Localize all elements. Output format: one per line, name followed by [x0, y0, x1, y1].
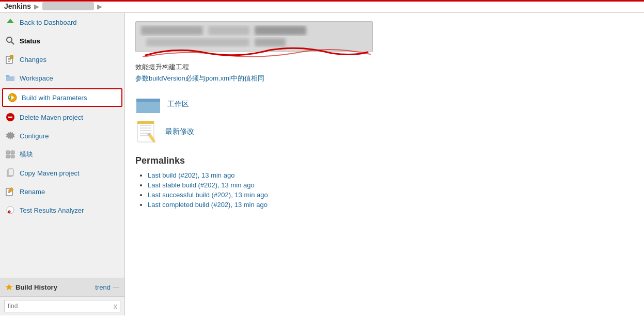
copy-icon	[5, 168, 15, 178]
workspace-item: 工作区	[135, 93, 634, 115]
sidebar-item-test-results-analyzer[interactable]: Test Results Analyzer	[0, 201, 124, 219]
search-input-wrap: x	[4, 300, 120, 312]
svg-rect-31	[208, 26, 249, 35]
svg-rect-8	[6, 76, 14, 81]
svg-rect-34	[255, 38, 286, 46]
sidebar-item-build-with-parameters[interactable]: Build with Parameters	[2, 88, 122, 107]
banner-image	[135, 21, 373, 52]
desc-text-2: 参数buildVersion必须与pom.xml中的值相同	[135, 74, 634, 83]
permalink-item-2: Last successful build (#202), 13 min ago	[148, 191, 634, 199]
svg-rect-32	[255, 26, 306, 35]
svg-rect-30	[141, 26, 203, 35]
arrow-up-icon	[5, 17, 15, 27]
main-layout: Back to Dashboard Status	[0, 13, 644, 315]
sidebar-item-label-status: Status	[20, 37, 40, 45]
breadcrumb-arrow-1: ▶	[34, 3, 39, 10]
permalink-item-0: Last build (#202), 13 min ago	[148, 171, 634, 179]
svg-marker-0	[7, 19, 14, 23]
rename-icon	[5, 186, 15, 197]
desc-text-1: 效能提升构建工程	[135, 62, 634, 72]
notepad-large-icon	[135, 120, 159, 143]
svg-rect-35	[136, 101, 160, 113]
sidebar-item-label-modules: 模块	[20, 150, 33, 159]
sidebar-item-back-to-dashboard[interactable]: Back to Dashboard	[0, 13, 124, 31]
test-icon	[5, 205, 15, 215]
sidebar-item-label-changes: Changes	[20, 56, 46, 63]
top-red-bar	[0, 0, 644, 2]
build-history-title: ★ Build History	[5, 282, 57, 292]
svg-line-2	[11, 42, 14, 44]
build-history-header: ★ Build History trend —	[0, 278, 124, 297]
workspace-section: 工作区	[135, 93, 634, 143]
svg-point-28	[9, 211, 10, 212]
build-history-controls: trend —	[95, 283, 119, 291]
sidebar-item-label-rename: Rename	[20, 188, 45, 196]
sidebar-item-label-back-to-dashboard: Back to Dashboard	[20, 19, 77, 26]
svg-rect-33	[146, 38, 249, 46]
sidebar-item-status[interactable]: Status	[0, 31, 124, 50]
build-history-star-icon: ★	[5, 282, 12, 292]
changes-icon	[5, 54, 15, 65]
svg-rect-43	[137, 121, 154, 124]
delete-icon	[5, 112, 15, 122]
svg-rect-17	[6, 151, 10, 154]
svg-rect-29	[136, 22, 373, 52]
sidebar-item-copy-maven-project[interactable]: Copy Maven project	[0, 164, 124, 182]
svg-rect-20	[11, 155, 14, 158]
banner-wrapper	[135, 21, 373, 57]
permalink-link-1[interactable]: Last stable build (#202), 13 min ago	[148, 181, 255, 189]
search-icon	[5, 36, 15, 46]
sidebar-item-label-delete: Delete Maven project	[20, 114, 83, 121]
sidebar-item-configure[interactable]: Configure	[0, 126, 124, 145]
sidebar-item-label-build-with-parameters: Build with Parameters	[22, 94, 87, 102]
permalink-link-0[interactable]: Last build (#202), 13 min ago	[148, 171, 234, 179]
search-clear-button[interactable]: x	[114, 302, 117, 310]
sidebar-item-label-configure: Configure	[20, 132, 49, 140]
svg-point-1	[7, 37, 12, 42]
main-content: 效能提升构建工程 参数buildVersion必须与pom.xml中的值相同 工…	[125, 13, 644, 315]
changes-item: 最新修改	[135, 120, 634, 143]
banner-svg	[136, 22, 373, 52]
folder-icon-sidebar	[5, 73, 15, 83]
build-history-search: x	[0, 297, 124, 315]
permalink-link-3[interactable]: Last completed build (#202), 13 min ago	[148, 201, 268, 209]
sidebar-nav: Back to Dashboard Status	[0, 13, 124, 278]
top-bar: Jenkins ▶ ▶	[0, 0, 644, 13]
search-input[interactable]	[4, 300, 120, 312]
permalink-item-1: Last stable build (#202), 13 min ago	[148, 181, 634, 189]
build-history-label: Build History	[15, 283, 57, 291]
svg-rect-36	[136, 99, 160, 102]
permalink-link-2[interactable]: Last successful build (#202), 13 min ago	[148, 191, 268, 199]
build-icon	[7, 92, 18, 103]
changes-link[interactable]: 最新修改	[165, 127, 194, 136]
permalinks-title: Permalinks	[135, 155, 634, 166]
permalink-item-3: Last completed build (#202), 13 min ago	[148, 201, 634, 209]
build-history-section: ★ Build History trend — x	[0, 278, 124, 315]
modules-icon	[5, 149, 15, 160]
jenkins-logo[interactable]: Jenkins	[4, 2, 31, 10]
sidebar-item-rename[interactable]: Rename	[0, 182, 124, 201]
trend-dash: —	[113, 283, 119, 291]
svg-rect-18	[11, 151, 14, 154]
svg-rect-22	[8, 169, 13, 176]
sidebar-item-workspace[interactable]: Workspace	[0, 69, 124, 87]
sidebar-item-label-workspace: Workspace	[20, 74, 53, 82]
svg-point-26	[7, 206, 14, 214]
folder-large-icon	[135, 93, 161, 115]
svg-rect-19	[6, 155, 10, 158]
sidebar-item-changes[interactable]: Changes	[0, 50, 124, 69]
gear-icon	[5, 131, 15, 141]
sidebar: Back to Dashboard Status	[0, 13, 125, 315]
permalinks-list: Last build (#202), 13 min ago Last stabl…	[135, 171, 634, 209]
trend-link[interactable]: trend	[95, 283, 111, 291]
breadcrumb-project	[42, 2, 94, 10]
breadcrumb-arrow-2: ▶	[97, 3, 102, 10]
sidebar-item-label-copy: Copy Maven project	[20, 169, 80, 177]
sidebar-item-delete-maven-project[interactable]: Delete Maven project	[0, 108, 124, 126]
svg-rect-7	[10, 55, 13, 59]
workspace-link[interactable]: 工作区	[167, 100, 189, 109]
permalinks-section: Permalinks Last build (#202), 13 min ago…	[135, 155, 634, 209]
sidebar-item-modules[interactable]: 模块	[0, 145, 124, 164]
sidebar-item-label-test: Test Results Analyzer	[20, 206, 84, 214]
